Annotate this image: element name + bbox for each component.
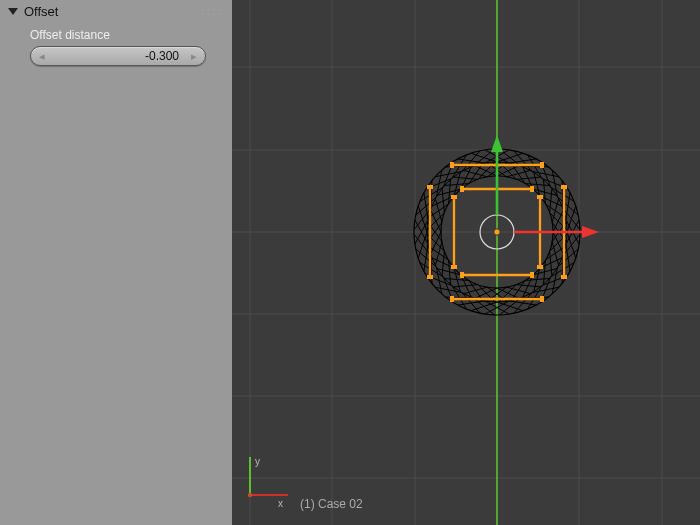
viewport[interactable]: y x (1) Case 02 <box>232 0 700 525</box>
svg-line-29 <box>521 297 549 298</box>
svg-line-65 <box>446 166 474 167</box>
manipulator-x-arrow-icon[interactable] <box>582 226 599 238</box>
collapse-triangle-icon <box>8 8 18 15</box>
viewport-canvas[interactable]: y x <box>232 0 700 525</box>
panel-drag-handle-icon[interactable]: :::: <box>201 6 224 17</box>
axis-y-label: y <box>255 456 260 467</box>
slider-increment-icon[interactable]: ▸ <box>191 50 197 63</box>
svg-rect-173 <box>561 275 567 279</box>
manipulator-y-arrow-icon[interactable] <box>491 135 503 152</box>
scene-name-label: (1) Case 02 <box>300 497 363 511</box>
svg-line-83 <box>562 181 563 209</box>
svg-point-184 <box>248 493 252 497</box>
object-origin-icon[interactable] <box>494 229 500 235</box>
offset-distance-value: -0.300 <box>45 49 191 63</box>
svg-rect-169 <box>540 296 544 302</box>
panel-header-offset[interactable]: Offset :::: <box>0 0 232 22</box>
svg-rect-166 <box>450 162 454 168</box>
axis-x-label: x <box>278 498 283 509</box>
transform-manipulator[interactable] <box>480 135 599 249</box>
panel-body: Offset distance ◂ -0.300 ▸ <box>0 22 232 66</box>
svg-rect-170 <box>427 185 433 189</box>
svg-rect-176 <box>460 272 464 278</box>
svg-rect-178 <box>451 195 457 199</box>
svg-rect-180 <box>537 195 543 199</box>
axis-indicator: y x <box>248 456 288 509</box>
grid <box>232 0 700 525</box>
svg-rect-181 <box>537 265 543 269</box>
svg-rect-167 <box>540 162 544 168</box>
offset-distance-label: Offset distance <box>30 28 214 42</box>
panel-title: Offset <box>24 4 201 19</box>
svg-rect-177 <box>530 272 534 278</box>
svg-rect-172 <box>561 185 567 189</box>
tool-panel: Offset :::: Offset distance ◂ -0.300 ▸ <box>0 0 232 525</box>
svg-rect-175 <box>530 186 534 192</box>
svg-line-47 <box>431 256 432 284</box>
svg-rect-168 <box>450 296 454 302</box>
svg-rect-179 <box>451 265 457 269</box>
offset-distance-slider[interactable]: ◂ -0.300 ▸ <box>30 46 206 66</box>
svg-rect-171 <box>427 275 433 279</box>
svg-rect-174 <box>460 186 464 192</box>
